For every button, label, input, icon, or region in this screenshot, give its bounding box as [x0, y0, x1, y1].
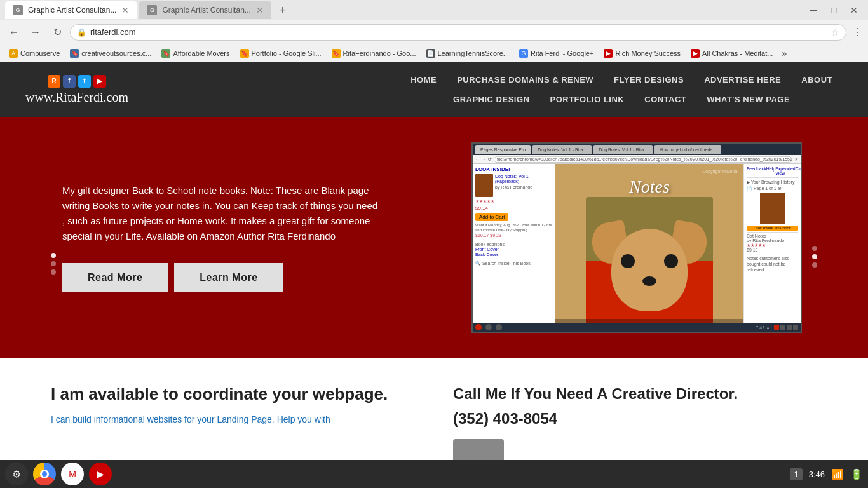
bookmark-rita[interactable]: 🔖 RitaFerdinando - Goo... [328, 48, 420, 59]
hero-image: Pages Responsive Pro Dog Notes: Vol 1 - … [471, 142, 802, 333]
bookmark-label-rita: RitaFerdinando - Goo... [343, 50, 416, 57]
tab-title-2: Graphic Artist Consultan... [162, 6, 250, 15]
minimize-button[interactable]: ─ [804, 1, 822, 19]
twitter-icon[interactable]: t [78, 75, 91, 88]
rss-icon[interactable]: R [48, 75, 60, 88]
bookmark-creative[interactable]: 🔖 creativeoutsources.c... [66, 48, 155, 59]
carousel-dot-right-2 [812, 254, 817, 259]
taskbar-system-icon[interactable]: ⚙ [5, 463, 28, 485]
bookmark-compuserve[interactable]: A Compuserve [5, 48, 64, 59]
carousel-dots-left [51, 253, 56, 274]
nav-home[interactable]: HOME [400, 70, 447, 90]
bookmark-label-creative: creativeoutsources.c... [81, 50, 151, 57]
browser-menu-button[interactable]: ⋮ [853, 26, 863, 38]
hero-buttons: Read More Learn More [62, 263, 381, 292]
hero-description: My gift designer Back to School note boo… [62, 183, 381, 244]
nav-flyer[interactable]: FLYER DESIGNS [604, 70, 694, 90]
bookmark-favicon-movers: 🔖 [161, 49, 170, 58]
website: R f t ▶ www.RitaFerdi.com HOME PURCHASE … [0, 62, 868, 488]
address-text: ritaferdi.com [90, 27, 827, 37]
amazon-mockup: Pages Responsive Pro Dog Notes: Vol 1 - … [473, 144, 801, 332]
nav-portfolio-link[interactable]: PORTFOLIO LINK [539, 90, 634, 109]
learn-more-button[interactable]: Learn More [174, 263, 283, 292]
youtube-icon[interactable]: ▶ [93, 75, 106, 88]
read-more-button[interactable]: Read More [62, 263, 168, 292]
lock-icon: 🔒 [77, 28, 86, 37]
taskbar-gmail-icon[interactable]: M [61, 463, 84, 485]
nav-row-top: HOME PURCHASE DOMAINS & RENEW FLYER DESI… [400, 70, 843, 90]
carousel-dot-right-3 [812, 262, 817, 268]
hero-section: My gift designer Back to School note boo… [0, 117, 868, 358]
bookmark-favicon-creative: 🔖 [70, 49, 79, 58]
bookmark-label-chakras: All Chakras - Meditat... [702, 50, 773, 57]
hero-text: My gift designer Back to School note boo… [62, 183, 381, 292]
browser-nav-bar: ← → ↻ 🔒 ritaferdi.com ☆ ⋮ [0, 20, 868, 44]
bookmark-google-plus[interactable]: G Rita Ferdi - Google+ [515, 48, 597, 59]
battery-icon: 🔋 [850, 468, 863, 480]
bookmark-favicon-tennis: 📄 [426, 49, 435, 58]
bookmarks-bar: A Compuserve 🔖 creativeoutsources.c... 🔖… [0, 44, 868, 62]
taskbar-badge: 1 [790, 468, 802, 480]
lower-heading: I am available to coordinate your webpag… [51, 384, 415, 405]
taskbar: ⚙ M ▶ 1 3:46 📶 🔋 [0, 460, 868, 488]
carousel-dot-3 [51, 269, 56, 274]
bookmark-tennis[interactable]: 📄 LearningTennisScore... [423, 48, 513, 59]
address-bar[interactable]: 🔒 ritaferdi.com ☆ [70, 24, 846, 41]
bookmark-favicon-rita: 🔖 [332, 49, 341, 58]
bookmark-label-rich-money: Rich Money Success [615, 50, 681, 57]
bookmark-portfolio[interactable]: 🔖 Portfolio - Google Sli... [236, 48, 325, 59]
bookmark-movers[interactable]: 🔖 Affordable Movers [158, 48, 233, 59]
site-logo-section: R f t ▶ www.RitaFerdi.com [25, 75, 128, 105]
social-icons-row: R f t ▶ [48, 75, 106, 88]
tab-favicon-2: G [147, 5, 157, 15]
site-logo[interactable]: www.RitaFerdi.com [25, 90, 128, 105]
carousel-dots-right [812, 246, 817, 268]
hero-right: Pages Responsive Pro Dog Notes: Vol 1 - … [471, 142, 817, 333]
call-heading: Call Me If You Need A Creative Director. [453, 384, 817, 403]
taskbar-right: 1 3:46 📶 🔋 [790, 468, 863, 480]
carousel-dot-2 [51, 261, 56, 266]
site-navigation: HOME PURCHASE DOMAINS & RENEW FLYER DESI… [400, 70, 843, 109]
bookmark-label-compuserve: Compuserve [20, 50, 60, 57]
bookmark-chakras[interactable]: ▶ All Chakras - Meditat... [687, 48, 776, 59]
tab-close-2[interactable]: ✕ [256, 5, 264, 15]
maximize-button[interactable]: □ [825, 1, 843, 19]
close-button[interactable]: ✕ [845, 1, 863, 19]
nav-purchase[interactable]: PURCHASE DOMAINS & RENEW [447, 70, 604, 90]
facebook-icon[interactable]: f [63, 75, 76, 88]
bookmark-favicon-rich-money: ▶ [604, 49, 613, 58]
bookmark-star-icon[interactable]: ☆ [831, 27, 839, 37]
taskbar-chrome-icon[interactable] [33, 463, 56, 485]
bookmark-label-tennis: LearningTennisScore... [438, 50, 510, 57]
bookmarks-more-button[interactable]: » [779, 48, 789, 58]
tab-2[interactable]: G Graphic Artist Consultan... ✕ [139, 1, 271, 19]
forward-button[interactable]: → [27, 24, 44, 41]
nav-contact[interactable]: CONTACT [634, 90, 696, 109]
browser-chrome: G Graphic Artist Consultan... ✕ G Graphi… [0, 0, 868, 62]
taskbar-youtube-icon[interactable]: ▶ [89, 463, 112, 485]
nav-about[interactable]: ABOUT [791, 70, 843, 90]
tab-title-1: Graphic Artist Consultan... [28, 6, 116, 15]
bookmark-rich-money[interactable]: ▶ Rich Money Success [600, 48, 684, 59]
hero-left: My gift designer Back to School note boo… [51, 183, 381, 292]
carousel-dot-1 [51, 253, 56, 258]
back-button[interactable]: ← [5, 24, 23, 41]
call-phone: (352) 403-8054 [453, 410, 817, 428]
tab-1[interactable]: G Graphic Artist Consultan... ✕ [5, 1, 137, 19]
nav-row-bottom: GRAPHIC DESIGN PORTFOLIO LINK CONTACT WH… [443, 90, 800, 109]
new-tab-button[interactable]: + [274, 1, 292, 19]
bookmark-favicon-compuserve: A [9, 49, 18, 58]
bookmark-favicon-portfolio: 🔖 [240, 49, 249, 58]
nav-graphic-design[interactable]: GRAPHIC DESIGN [443, 90, 539, 109]
reload-button[interactable]: ↻ [48, 24, 66, 41]
carousel-dot-right-1 [812, 246, 817, 251]
bookmark-favicon-chakras: ▶ [691, 49, 700, 58]
nav-whats-new[interactable]: WHAT'S NEW PAGE [696, 90, 800, 109]
tab-close-1[interactable]: ✕ [121, 5, 129, 15]
site-header: R f t ▶ www.RitaFerdi.com HOME PURCHASE … [0, 62, 868, 117]
nav-advertise[interactable]: ADVERTISE HERE [694, 70, 791, 90]
lower-subtext: I can build informational websites for y… [51, 413, 415, 426]
bookmark-label-movers: Affordable Movers [173, 50, 229, 57]
bookmark-favicon-google-plus: G [519, 49, 528, 58]
browser-title-bar: G Graphic Artist Consultan... ✕ G Graphi… [0, 0, 868, 20]
